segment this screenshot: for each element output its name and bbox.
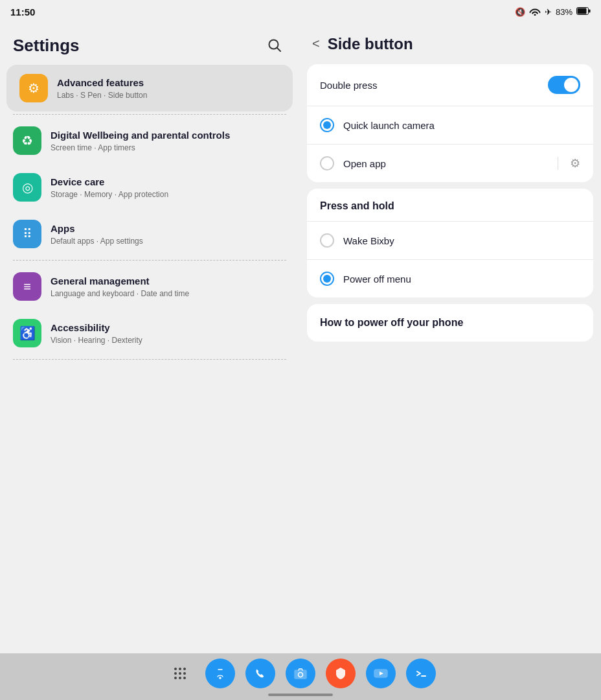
- dock-camera[interactable]: [286, 659, 315, 688]
- settings-header: Settings: [0, 23, 299, 65]
- svg-point-10: [183, 672, 186, 675]
- search-button[interactable]: [263, 34, 286, 57]
- advanced-features-subtitle: Labs · S Pen · Side button: [57, 91, 280, 100]
- divider-1: [13, 114, 286, 115]
- general-management-icon: ≡: [13, 272, 41, 301]
- apps-title: Apps: [51, 222, 286, 235]
- power-off-menu-label: Power off menu: [343, 274, 580, 285]
- power-off-menu-row[interactable]: Power off menu: [307, 259, 593, 298]
- svg-point-11: [174, 677, 177, 679]
- digital-wellbeing-icon: ♻: [13, 126, 41, 155]
- settings-panel: Settings ⚙ Advanced features Labs · S Pe…: [0, 23, 299, 653]
- sidebar-item-apps[interactable]: ⠿ Apps Default apps · App settings: [0, 211, 299, 257]
- svg-point-5: [174, 668, 177, 670]
- side-button-panel: < Side button Double press Quick launch …: [299, 23, 601, 653]
- quick-launch-camera-label: Quick launch camera: [343, 120, 580, 131]
- wake-bixby-radio[interactable]: [320, 233, 334, 248]
- back-button[interactable]: <: [310, 34, 323, 54]
- general-management-subtitle: Language and keyboard · Date and time: [51, 289, 286, 298]
- svg-point-12: [179, 677, 181, 679]
- status-bar: 11:50 🔇 ✈ 83%: [0, 0, 601, 23]
- dock-phone[interactable]: [205, 659, 235, 688]
- panel-title: Side button: [328, 35, 413, 53]
- svg-point-6: [179, 668, 181, 670]
- bottom-dock: [0, 653, 601, 700]
- sidebar-item-general-management[interactable]: ≡ General management Language and keyboa…: [0, 263, 299, 310]
- sidebar-item-digital-wellbeing[interactable]: ♻ Digital Wellbeing and parental control…: [0, 117, 299, 164]
- svg-point-8: [174, 672, 177, 675]
- settings-title: Settings: [13, 36, 80, 56]
- device-care-icon: ◎: [13, 173, 41, 202]
- radio-inner-2: [323, 275, 331, 283]
- how-to-power-off-label: How to power off your phone: [320, 317, 463, 328]
- device-care-subtitle: Storage · Memory · App protection: [51, 190, 286, 199]
- sidebar-item-accessibility[interactable]: ♿ Accessibility Vision · Hearing · Dexte…: [0, 310, 299, 356]
- open-app-row[interactable]: Open app ⚙: [307, 144, 593, 182]
- general-management-title: General management: [51, 275, 286, 288]
- svg-point-13: [183, 677, 186, 679]
- radio-inner: [323, 121, 331, 129]
- dock-youtube[interactable]: [366, 659, 396, 688]
- accessibility-subtitle: Vision · Hearing · Dexterity: [51, 336, 286, 345]
- apps-subtitle: Default apps · App settings: [51, 237, 286, 246]
- advanced-features-icon: ⚙: [19, 74, 48, 102]
- separator: [558, 157, 558, 170]
- double-press-toggle[interactable]: [548, 76, 580, 94]
- battery-text: 83%: [556, 7, 573, 17]
- press-and-hold-label: Press and hold: [307, 189, 593, 221]
- mute-icon: 🔇: [515, 7, 525, 17]
- status-icons: 🔇 ✈ 83%: [515, 6, 591, 18]
- panel-header: < Side button: [307, 23, 593, 64]
- quick-launch-camera-radio[interactable]: [320, 118, 334, 132]
- open-app-radio[interactable]: [320, 156, 334, 170]
- apps-icon: ⠿: [13, 220, 41, 248]
- how-to-power-off-card[interactable]: How to power off your phone: [307, 304, 593, 342]
- home-indicator: [268, 694, 333, 696]
- sidebar-item-device-care[interactable]: ◎ Device care Storage · Memory · App pro…: [0, 164, 299, 211]
- quick-launch-camera-row[interactable]: Quick launch camera: [307, 106, 593, 144]
- advanced-features-title: Advanced features: [57, 76, 280, 89]
- svg-point-9: [179, 672, 181, 675]
- wifi-icon: [529, 6, 541, 18]
- accessibility-title: Accessibility: [51, 321, 286, 334]
- svg-rect-2: [589, 9, 591, 12]
- svg-point-7: [183, 668, 186, 670]
- power-off-menu-radio[interactable]: [320, 272, 334, 286]
- accessibility-icon: ♿: [13, 319, 41, 347]
- wake-bixby-label: Wake Bixby: [343, 235, 580, 246]
- status-time: 11:50: [10, 6, 35, 18]
- double-press-card: Double press Quick launch camera Open ap…: [307, 64, 593, 182]
- sidebar-item-advanced-features[interactable]: ⚙ Advanced features Labs · S Pen · Side …: [6, 65, 293, 111]
- double-press-label: Double press: [320, 80, 548, 91]
- dock-phone-call[interactable]: [245, 659, 275, 688]
- digital-wellbeing-title: Digital Wellbeing and parental controls: [51, 129, 286, 142]
- open-app-label: Open app: [343, 158, 551, 169]
- dock-apps-grid[interactable]: [165, 659, 195, 688]
- svg-rect-1: [578, 8, 587, 14]
- wake-bixby-row[interactable]: Wake Bixby: [307, 221, 593, 259]
- gear-icon[interactable]: ⚙: [570, 156, 580, 170]
- double-press-row[interactable]: Double press: [307, 64, 593, 106]
- divider-3: [13, 359, 286, 360]
- dock-brave[interactable]: [326, 659, 356, 688]
- dock-terminal[interactable]: [406, 659, 436, 688]
- airplane-icon: ✈: [545, 7, 552, 17]
- digital-wellbeing-subtitle: Screen time · App timers: [51, 143, 286, 152]
- divider-2: [13, 260, 286, 261]
- battery-icon: [576, 7, 591, 17]
- main-layout: Settings ⚙ Advanced features Labs · S Pe…: [0, 23, 601, 653]
- device-care-title: Device care: [51, 176, 286, 189]
- press-and-hold-card: Press and hold Wake Bixby Power off menu: [307, 189, 593, 298]
- svg-line-4: [277, 48, 281, 52]
